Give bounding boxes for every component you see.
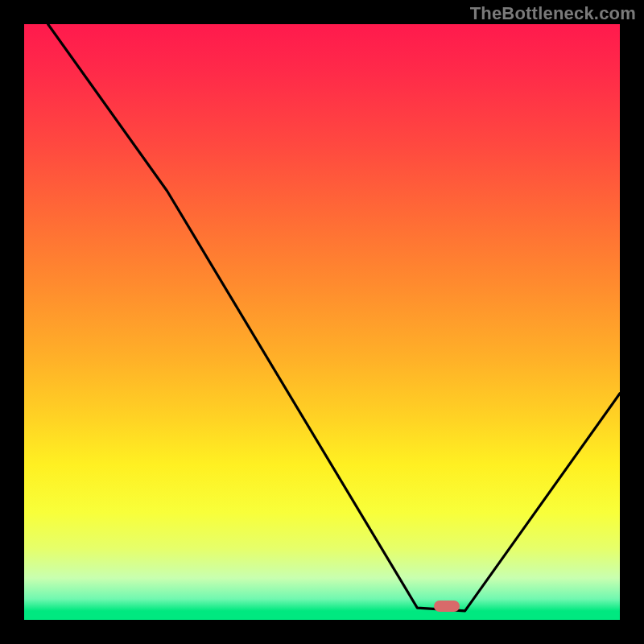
bottleneck-curve xyxy=(48,24,620,611)
curve-svg xyxy=(24,24,620,620)
chart-frame: TheBottleneck.com xyxy=(0,0,644,644)
watermark-text: TheBottleneck.com xyxy=(470,3,636,24)
optimal-marker xyxy=(434,601,460,612)
plot-area xyxy=(24,24,620,620)
